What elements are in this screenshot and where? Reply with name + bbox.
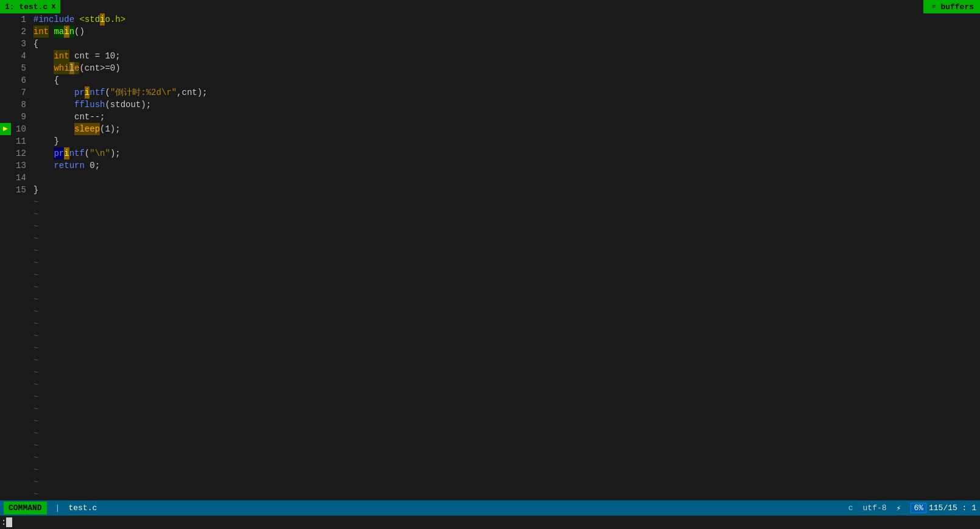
line-num-9: 9 — [16, 111, 26, 123]
tab-close-icon[interactable]: x — [51, 2, 55, 11]
status-encoding-icon: ⚡ — [897, 503, 901, 513]
tilde-10: ~ — [33, 306, 978, 318]
tab-label: 1: test.c — [5, 2, 48, 12]
tilde-8: ~ — [33, 281, 978, 293]
code-content[interactable]: #include <stdio.h> int main() { int cnt … — [31, 13, 980, 500]
tab-right: ≡ buffers — [923, 0, 980, 13]
tilde-17: ~ — [33, 391, 978, 403]
line-num-10: 10 — [16, 123, 26, 135]
code-line-8: fflush(stdout); — [33, 99, 978, 111]
exec-arrow-10: ▶ — [0, 123, 11, 135]
tilde-1: ~ — [33, 196, 978, 208]
line-num-6: 6 — [16, 74, 26, 86]
exec-empty-8 — [0, 99, 11, 111]
status-encoding: utf-8 — [863, 503, 887, 513]
tilde-2: ~ — [33, 208, 978, 220]
tab-bar: 1: test.c x ≡ buffers — [0, 0, 980, 13]
tilde-20: ~ — [33, 427, 978, 440]
code-line-2: int main() — [33, 26, 978, 38]
code-line-15: } — [33, 184, 978, 196]
code-line-1: #include <stdio.h> — [33, 13, 978, 26]
tilde-3: ~ — [33, 220, 978, 233]
exec-empty-9 — [0, 111, 11, 123]
percent-indicator: 6% — [911, 503, 926, 513]
status-percent-bar: 6% 115/15 : 1 — [911, 503, 976, 513]
status-sep: | — [53, 503, 63, 513]
exec-empty-7 — [0, 86, 11, 99]
tilde-23: ~ — [33, 464, 978, 476]
tilde-21: ~ — [33, 440, 978, 452]
code-line-10: sleep(1); — [33, 123, 978, 135]
buffers-indicator: ≡ — [929, 2, 938, 11]
code-line-13: return 0; — [33, 159, 978, 172]
command-line[interactable]: : — [0, 516, 980, 529]
line-num-13: 13 — [16, 159, 26, 172]
tilde-24: ~ — [33, 476, 978, 488]
exec-empty-5 — [0, 62, 11, 74]
buffers-button[interactable]: ≡ buffers — [923, 0, 980, 13]
code-line-11: } — [33, 135, 978, 147]
code-line-9: cnt--; — [33, 111, 978, 123]
code-line-14 — [33, 172, 978, 184]
code-line-12: printf("\n"); — [33, 147, 978, 159]
exec-empty-4 — [0, 50, 11, 62]
line-num-1: 1 — [16, 13, 26, 26]
status-filename: test.c — [68, 503, 97, 513]
line-num-15: 15 — [16, 184, 26, 196]
tilde-6: ~ — [33, 257, 978, 269]
status-right: c utf-8 ⚡ 6% 115/15 : 1 — [848, 503, 976, 513]
line-num-7: 7 — [16, 86, 26, 99]
tilde-12: ~ — [33, 330, 978, 342]
status-position: 115/15 : 1 — [929, 503, 976, 513]
tilde-5: ~ — [33, 245, 978, 257]
line-num-12: 12 — [16, 147, 26, 159]
tab-test-c[interactable]: 1: test.c x — [0, 0, 60, 13]
status-left: COMMAND | test.c — [4, 502, 97, 514]
exec-empty-1 — [0, 13, 11, 26]
tilde-19: ~ — [33, 415, 978, 427]
command-cursor — [6, 517, 12, 527]
buffers-label: buffers — [940, 2, 974, 12]
tilde-14: ~ — [33, 354, 978, 366]
code-line-7: printf("倒计时:%2d\r",cnt); — [33, 86, 978, 99]
tilde-9: ~ — [33, 293, 978, 306]
editor-area: ▶ 1 2 3 4 5 6 7 8 9 10 11 12 13 14 15 #i… — [0, 13, 980, 500]
line-num-11: 11 — [16, 135, 26, 147]
tilde-16: ~ — [33, 379, 978, 391]
status-command-badge: COMMAND — [4, 502, 47, 514]
tab-list: 1: test.c x — [0, 0, 60, 13]
line-num-4: 4 — [16, 50, 26, 62]
hash-1: # — [33, 13, 38, 26]
line-num-14: 14 — [16, 172, 26, 184]
line-num-3: 3 — [16, 38, 26, 50]
code-line-3: { — [33, 38, 978, 50]
tilde-lines: ~ ~ ~ ~ ~ ~ ~ ~ ~ ~ ~ ~ ~ ~ ~ ~ ~ ~ ~ ~ … — [33, 196, 978, 500]
exec-empty-3 — [0, 38, 11, 50]
line-num-2: 2 — [16, 26, 26, 38]
tilde-11: ~ — [33, 318, 978, 330]
status-filetype: c — [848, 503, 853, 513]
status-bar: COMMAND | test.c c utf-8 ⚡ 6% 115/15 : 1 — [0, 500, 980, 516]
line-numbers: 1 2 3 4 5 6 7 8 9 10 11 12 13 14 15 — [11, 13, 31, 500]
tilde-25: ~ — [33, 488, 978, 500]
exec-empty-6 — [0, 74, 11, 86]
execution-indicator-column: ▶ — [0, 13, 11, 500]
tilde-7: ~ — [33, 269, 978, 281]
tilde-4: ~ — [33, 233, 978, 245]
line-num-5: 5 — [16, 62, 26, 74]
kw-include-1: include — [38, 13, 74, 26]
tilde-15: ~ — [33, 366, 978, 379]
command-prompt: : — [1, 517, 6, 527]
code-line-6: { — [33, 74, 978, 86]
code-line-5: while(cnt>=0) — [33, 62, 978, 74]
tilde-18: ~ — [33, 403, 978, 415]
tilde-22: ~ — [33, 452, 978, 464]
code-line-4: int cnt = 10; — [33, 50, 978, 62]
tilde-13: ~ — [33, 342, 978, 354]
line-num-8: 8 — [16, 99, 26, 111]
exec-empty-2 — [0, 26, 11, 38]
